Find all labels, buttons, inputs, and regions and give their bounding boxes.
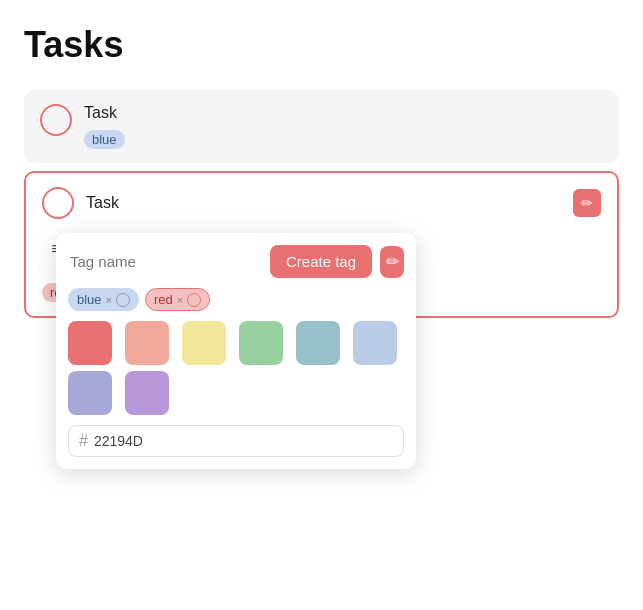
tag-label-blue-1: blue (92, 132, 117, 147)
chip-label-red: red (154, 292, 173, 307)
task-item-1: Task blue (24, 90, 619, 163)
task-text-1: Task (84, 104, 125, 122)
tag-name-input[interactable] (68, 249, 262, 274)
chip-blue[interactable]: blue × (68, 288, 139, 311)
chip-circle-blue[interactable] (116, 293, 130, 307)
salmon-swatch[interactable] (125, 321, 169, 365)
pencil-icon-popup: ✏ (386, 252, 399, 271)
task-list: Task blue Task ✏ ≡ ★ (24, 90, 619, 326)
teal-swatch[interactable] (296, 321, 340, 365)
lavender-swatch[interactable] (68, 371, 112, 415)
task-complete-btn-1[interactable] (40, 104, 72, 136)
create-tag-button[interactable]: Create tag (270, 245, 372, 278)
lightblue-swatch[interactable] (353, 321, 397, 365)
purple-swatch[interactable] (125, 371, 169, 415)
pencil-icon: ✏ (581, 195, 593, 211)
chip-close-red[interactable]: × (177, 294, 183, 306)
green-swatch[interactable] (239, 321, 283, 365)
page-title: Tasks (24, 24, 619, 66)
task-row-2: Task ✏ (42, 187, 601, 219)
task-text-2: Task (86, 194, 561, 212)
hex-input-row: # (68, 425, 404, 457)
chip-label-blue: blue (77, 292, 102, 307)
edit-tag-btn[interactable]: ✏ (380, 246, 404, 278)
chip-circle-red[interactable] (187, 293, 201, 307)
tag-chips-row: blue × red × (68, 288, 404, 311)
task-item-2: Task ✏ ≡ ★ ▪ ◈ red × (24, 171, 619, 318)
toolbar-right: ✏ (573, 189, 601, 217)
edit-icon-btn[interactable]: ✏ (573, 189, 601, 217)
hex-symbol: # (79, 432, 88, 450)
task-complete-btn-2[interactable] (42, 187, 74, 219)
tag-input-row: Create tag ✏ (68, 245, 404, 278)
red-swatch[interactable] (68, 321, 112, 365)
tag-blue-1[interactable]: blue (84, 130, 125, 149)
color-palette (68, 321, 404, 415)
tag-popup: Create tag ✏ blue × red × (56, 233, 416, 469)
yellow-swatch[interactable] (182, 321, 226, 365)
task-tags-1: blue (84, 126, 125, 149)
chip-red[interactable]: red × (145, 288, 210, 311)
hex-input[interactable] (94, 433, 174, 449)
chip-close-blue[interactable]: × (106, 294, 112, 306)
